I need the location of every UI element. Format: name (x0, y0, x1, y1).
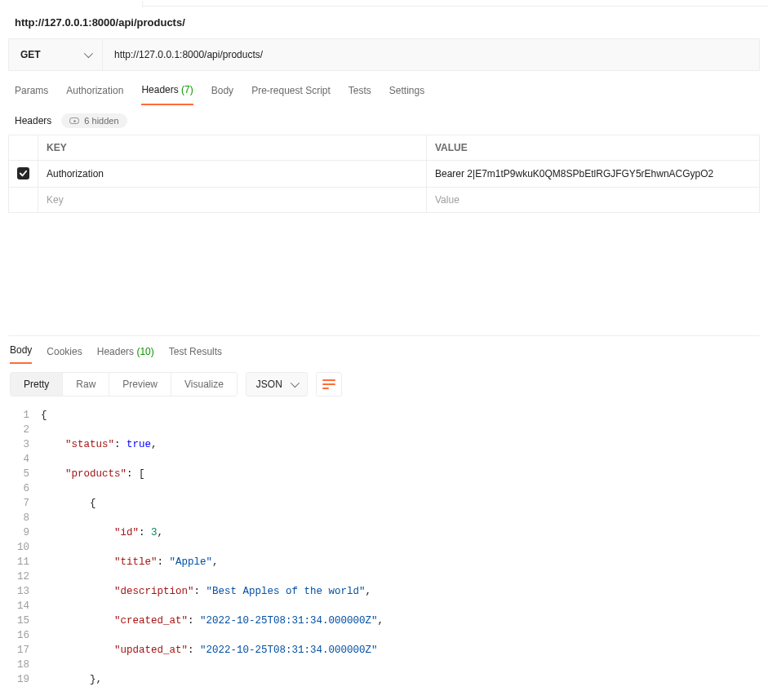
view-visualize-button[interactable]: Visualize (171, 373, 237, 396)
resp-tab-headers-label: Headers (97, 346, 134, 357)
tab-headers[interactable]: Headers (7) (141, 84, 193, 105)
response-body-viewer[interactable]: 12345678910111213141516171819 { "status"… (0, 405, 768, 700)
view-preview-button[interactable]: Preview (109, 373, 171, 396)
tab-settings[interactable]: Settings (389, 85, 424, 104)
headers-table: KEY VALUE Authorization Bearer 2|E7m1tP9… (8, 135, 760, 213)
header-enable-cell-empty (9, 188, 38, 213)
headers-col-value: VALUE (427, 135, 760, 161)
view-mode-group: Pretty Raw Preview Visualize (10, 372, 238, 397)
http-method-select[interactable]: GET (9, 39, 103, 70)
resp-tab-cookies[interactable]: Cookies (47, 346, 82, 364)
header-enable-checkbox[interactable] (17, 167, 29, 179)
tab-body[interactable]: Body (211, 85, 233, 104)
headers-table-header-row: KEY VALUE (9, 135, 760, 161)
header-enable-cell (9, 161, 38, 188)
view-raw-button[interactable]: Raw (63, 373, 109, 396)
tab-headers-count: (7) (181, 84, 193, 95)
check-icon (19, 169, 28, 178)
headers-col-enable (9, 135, 38, 161)
headers-subheader: Headers 6 hidden (0, 107, 768, 135)
tab-prerequest[interactable]: Pre-request Script (251, 85, 331, 104)
chevron-down-icon (291, 379, 300, 388)
header-key-placeholder[interactable]: Key (38, 188, 427, 213)
view-pretty-button[interactable]: Pretty (11, 373, 63, 396)
tab-headers-label: Headers (141, 84, 178, 95)
request-tabs: Params Authorization Headers (7) Body Pr… (0, 82, 768, 107)
table-row: Authorization Bearer 2|E7m1tP9wkuK0QM8SP… (9, 161, 760, 188)
response-format-value: JSON (256, 379, 282, 390)
http-method-value: GET (20, 49, 41, 60)
wrap-lines-button[interactable] (316, 372, 342, 397)
header-value-cell[interactable]: Bearer 2|E7m1tP9wkuK0QM8SPbEtlRGJFGY5rEh… (427, 161, 760, 188)
response-code: { "status": true, "products": [ { "id": … (41, 408, 384, 700)
table-row: Key Value (9, 188, 760, 213)
hidden-headers-count: 6 hidden (84, 116, 118, 126)
line-gutter: 12345678910111213141516171819 (10, 408, 41, 700)
eye-icon (69, 117, 79, 124)
chevron-down-icon (84, 49, 93, 58)
request-line: GET (8, 38, 760, 71)
active-tab-indicator (0, 1, 143, 7)
response-format-select[interactable]: JSON (246, 372, 308, 397)
tab-authorization[interactable]: Authorization (66, 85, 123, 104)
resp-tab-test-results[interactable]: Test Results (169, 346, 222, 364)
headers-col-key: KEY (38, 135, 427, 161)
headers-label: Headers (15, 115, 51, 126)
hidden-headers-toggle[interactable]: 6 hidden (61, 113, 127, 128)
resp-tab-headers-count: (10) (136, 346, 153, 357)
tab-params[interactable]: Params (15, 85, 48, 104)
tab-strip (0, 0, 768, 7)
request-title: http://127.0.0.1:8000/api/products/ (0, 7, 768, 38)
response-toolbar: Pretty Raw Preview Visualize JSON (0, 364, 768, 405)
tab-tests[interactable]: Tests (348, 85, 371, 104)
wrap-icon (322, 379, 335, 390)
header-key-cell[interactable]: Authorization (38, 161, 427, 188)
spacer (0, 213, 768, 335)
response-tabs: Body Cookies Headers (10) Test Results (0, 336, 768, 364)
resp-tab-headers[interactable]: Headers (10) (97, 346, 154, 364)
request-url-input[interactable] (103, 39, 759, 70)
header-value-placeholder[interactable]: Value (427, 188, 760, 213)
resp-tab-body[interactable]: Body (10, 344, 32, 364)
